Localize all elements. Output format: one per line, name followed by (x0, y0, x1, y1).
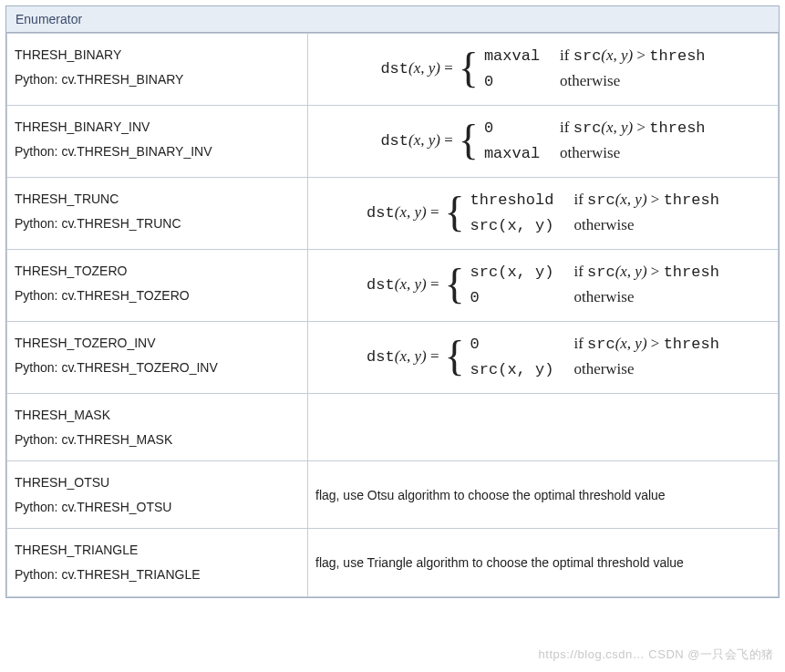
table-header: Enumerator (6, 6, 779, 33)
cases: 0 if src(x, y) > thresh maxval otherwise (484, 119, 706, 162)
python-label: Python: (15, 360, 61, 375)
enum-py: cv.THRESH_TOZERO (61, 288, 189, 303)
python-label: Python: (15, 144, 61, 159)
case-value: 0 (470, 289, 554, 306)
desc-cell: flag, use Otsu algorithm to choose the o… (308, 461, 779, 529)
brace-icon: { (459, 119, 479, 161)
case-cond: otherwise (560, 144, 705, 162)
enum-cell: THRESH_TOZERO_INV Python: cv.THRESH_TOZE… (7, 322, 308, 394)
case-cond: otherwise (560, 72, 705, 90)
enum-py: cv.THRESH_OTSU (61, 500, 171, 514)
enumerator-table-wrap: Enumerator THRESH_BINARY Python: cv.THRE… (5, 5, 780, 598)
python-label: Python: (15, 72, 61, 87)
formula-cell: dst(x, y) = { threshold if src(x, y) > t… (308, 178, 779, 250)
enum-py: cv.THRESH_BINARY_INV (61, 144, 212, 159)
formula-lhs: dst(x, y) = (367, 275, 439, 294)
case-value: src(x, y) (470, 217, 554, 234)
python-label: Python: (15, 500, 61, 514)
brace-icon: { (459, 47, 479, 89)
python-label: Python: (15, 216, 61, 231)
enum-name: THRESH_OTSU (15, 475, 109, 490)
formula-lhs: dst(x, y) = (380, 59, 452, 78)
formula: dst(x, y) = { maxval if src(x, y) > thre… (315, 43, 770, 96)
enum-name: THRESH_BINARY (15, 47, 121, 62)
cases: maxval if src(x, y) > thresh 0 otherwise (484, 47, 706, 90)
enum-cell: THRESH_BINARY_INV Python: cv.THRESH_BINA… (7, 106, 308, 178)
formula-cell: dst(x, y) = { 0 if src(x, y) > thresh ma… (308, 106, 779, 178)
case-value: maxval (484, 47, 540, 65)
case-cond: if src(x, y) > thresh (560, 47, 705, 65)
table-row: THRESH_TOZERO Python: cv.THRESH_TOZERO d… (7, 250, 779, 322)
case-value: maxval (484, 145, 540, 162)
formula-cell: dst(x, y) = { src(x, y) if src(x, y) > t… (308, 250, 779, 322)
python-label: Python: (15, 288, 61, 303)
case-cond: otherwise (573, 288, 718, 306)
case-cond: if src(x, y) > thresh (560, 119, 705, 137)
table-row: THRESH_OTSU Python: cv.THRESH_OTSU flag,… (7, 461, 779, 529)
desc-cell: flag, use Triangle algorithm to choose t… (308, 529, 779, 596)
formula-lhs: dst(x, y) = (380, 131, 452, 150)
enum-py: cv.THRESH_TOZERO_INV (61, 360, 217, 375)
formula-lhs: dst(x, y) = (367, 203, 439, 222)
case-cond: if src(x, y) > thresh (573, 335, 718, 353)
enum-py: cv.THRESH_TRUNC (61, 216, 181, 231)
formula: dst(x, y) = { 0 if src(x, y) > thresh ma… (315, 115, 770, 168)
enum-cell: THRESH_TRIANGLE Python: cv.THRESH_TRIANG… (7, 529, 308, 596)
formula: dst(x, y) = { threshold if src(x, y) > t… (315, 187, 770, 240)
case-cond: otherwise (573, 360, 718, 378)
brace-icon: { (444, 336, 464, 377)
enum-cell: THRESH_BINARY Python: cv.THRESH_BINARY (7, 34, 308, 106)
table-row: THRESH_TRIANGLE Python: cv.THRESH_TRIANG… (7, 529, 779, 596)
enum-name: THRESH_MASK (15, 408, 110, 422)
table-row: THRESH_TOZERO_INV Python: cv.THRESH_TOZE… (7, 322, 779, 394)
case-cond: if src(x, y) > thresh (573, 263, 718, 281)
desc-cell (308, 394, 779, 461)
enum-cell: THRESH_TOZERO Python: cv.THRESH_TOZERO (7, 250, 308, 322)
formula-cell: dst(x, y) = { 0 if src(x, y) > thresh sr… (308, 322, 779, 394)
table-row: THRESH_BINARY_INV Python: cv.THRESH_BINA… (7, 106, 779, 178)
enum-cell: THRESH_TRUNC Python: cv.THRESH_TRUNC (7, 178, 308, 250)
case-value: src(x, y) (470, 361, 554, 378)
enum-name: THRESH_TOZERO_INV (15, 336, 156, 350)
case-value: 0 (484, 119, 540, 137)
formula: dst(x, y) = { src(x, y) if src(x, y) > t… (315, 259, 770, 312)
enum-py: cv.THRESH_MASK (61, 432, 172, 447)
enumerator-table: THRESH_BINARY Python: cv.THRESH_BINARY d… (6, 33, 779, 597)
cases: src(x, y) if src(x, y) > thresh 0 otherw… (470, 263, 719, 306)
case-cond: if src(x, y) > thresh (573, 191, 718, 209)
formula-cell: dst(x, y) = { maxval if src(x, y) > thre… (308, 34, 779, 106)
brace-icon: { (444, 264, 464, 305)
cases: 0 if src(x, y) > thresh src(x, y) otherw… (470, 335, 719, 378)
enum-cell: THRESH_MASK Python: cv.THRESH_MASK (7, 394, 308, 461)
enum-name: THRESH_TRUNC (15, 191, 119, 206)
python-label: Python: (15, 567, 61, 582)
enum-py: cv.THRESH_BINARY (61, 72, 183, 87)
case-value: 0 (470, 336, 554, 353)
enum-name: THRESH_BINARY_INV (15, 119, 150, 134)
case-value: threshold (470, 191, 554, 209)
enum-name: THRESH_TOZERO (15, 264, 127, 278)
table-row: THRESH_MASK Python: cv.THRESH_MASK (7, 394, 779, 461)
cases: threshold if src(x, y) > thresh src(x, y… (470, 191, 719, 234)
enum-cell: THRESH_OTSU Python: cv.THRESH_OTSU (7, 461, 308, 529)
case-value: 0 (484, 73, 540, 90)
enum-py: cv.THRESH_TRIANGLE (61, 567, 200, 582)
brace-icon: { (444, 191, 464, 233)
formula: dst(x, y) = { 0 if src(x, y) > thresh sr… (315, 331, 770, 384)
table-row: THRESH_TRUNC Python: cv.THRESH_TRUNC dst… (7, 178, 779, 250)
table-row: THRESH_BINARY Python: cv.THRESH_BINARY d… (7, 34, 779, 106)
case-cond: otherwise (573, 216, 718, 234)
python-label: Python: (15, 432, 61, 447)
enum-name: THRESH_TRIANGLE (15, 543, 138, 557)
formula-lhs: dst(x, y) = (367, 347, 439, 366)
case-value: src(x, y) (470, 264, 554, 281)
